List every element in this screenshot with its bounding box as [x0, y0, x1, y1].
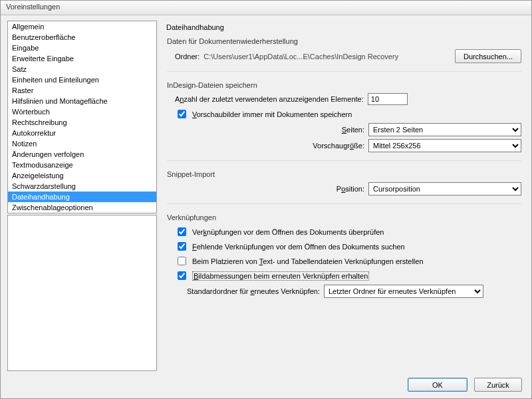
category-item[interactable]: Raster: [8, 85, 156, 96]
group-save-label: InDesign-Dateien speichern: [167, 81, 521, 89]
category-item[interactable]: Benutzeroberfläche: [8, 32, 156, 43]
dialog-title: Voreinstellungen: [1, 1, 531, 15]
preferences-dialog: Voreinstellungen AllgemeinBenutzeroberfl…: [0, 0, 532, 399]
recovery-folder-label: Ordner:: [175, 53, 200, 61]
group-links-label: Verknüpfungen: [167, 213, 521, 221]
category-item[interactable]: Textmodusanzeige: [8, 160, 156, 170]
recovery-folder-path: C:\Users\user1\AppData\Loc...E\Caches\In…: [203, 53, 398, 61]
browse-button[interactable]: Durchsuchen...: [455, 49, 521, 63]
save-previews-label: Vorschaubilder immer mit Dokumenten spei…: [192, 110, 352, 118]
category-item[interactable]: Zwischenablageoptionen: [8, 202, 156, 213]
category-item[interactable]: Dateihandhabung: [8, 192, 156, 202]
category-item[interactable]: Wörterbuch: [8, 106, 156, 117]
category-item[interactable]: Rechtschreibung: [8, 117, 156, 128]
relink-folder-select[interactable]: Letzter Ordner für erneutes Verknüpfen: [324, 285, 483, 298]
preserve-dimensions-label: Bildabmessungen beim erneuten Verknüpfen…: [192, 272, 369, 280]
group-recovery-label: Daten für Dokumentenwiederherstellung: [167, 37, 521, 45]
find-missing-links-checkbox[interactable]: [178, 242, 186, 251]
category-item[interactable]: Hilfslinien und Montagefläche: [8, 96, 156, 106]
main-panel: Dateihandhabung Daten für Dokumentenwied…: [164, 21, 525, 371]
preview-size-label: Vorschaugröße:: [285, 142, 364, 150]
group-save: InDesign-Dateien speichern Anzahl der zu…: [166, 80, 522, 162]
group-snippet: Snippet-Import Position: Cursorposition: [166, 170, 522, 205]
check-links-before-open-label: Verknüpfungen vor dem Öffnen des Dokumen…: [192, 228, 384, 236]
category-item[interactable]: Eingabe: [8, 43, 156, 53]
category-item[interactable]: Erweiterte Eingabe: [8, 53, 156, 64]
recent-count-label: Anzahl der zuletzt verwendeten anzuzeige…: [175, 95, 364, 103]
snippet-position-select[interactable]: Cursorposition: [368, 182, 521, 196]
preserve-dimensions-checkbox[interactable]: [178, 271, 186, 280]
category-list[interactable]: AllgemeinBenutzeroberflächeEingabeErweit…: [7, 21, 157, 213]
category-item[interactable]: Satz: [8, 64, 156, 74]
cancel-button[interactable]: Zurück: [474, 378, 522, 392]
group-links: Verknüpfungen Verknüpfungen vor dem Öffn…: [166, 213, 522, 307]
ok-button[interactable]: OK: [408, 378, 467, 392]
category-description-box: [7, 215, 157, 371]
category-item[interactable]: Einheiten und Einteilungen: [8, 74, 156, 85]
group-recovery: Daten für Dokumentenwiederherstellung Or…: [166, 37, 522, 72]
create-links-on-place-label: Beim Platzieren von Text- und Tabellenda…: [192, 257, 424, 265]
category-item[interactable]: Notizen: [8, 138, 156, 149]
group-snippet-label: Snippet-Import: [167, 170, 521, 178]
panel-heading: Dateihandhabung: [166, 23, 522, 31]
check-links-before-open-checkbox[interactable]: [178, 227, 186, 236]
category-item[interactable]: Autokorrektur: [8, 128, 156, 138]
dialog-button-bar: OK Zurück: [1, 374, 531, 398]
category-item[interactable]: Allgemein: [8, 21, 156, 32]
preview-pages-label: Seiten:: [285, 126, 364, 134]
category-item[interactable]: Schwarzdarstellung: [8, 181, 156, 192]
relink-folder-label: Standardordner für erneutes Verknüpfen:: [187, 287, 320, 295]
find-missing-links-label: Fehlende Verknüpfungen vor dem Öffnen de…: [192, 243, 405, 251]
preview-size-select[interactable]: Mittel 256x256: [368, 139, 521, 152]
create-links-on-place-checkbox[interactable]: [178, 257, 186, 265]
dialog-content: AllgemeinBenutzeroberflächeEingabeErweit…: [1, 15, 531, 374]
category-item[interactable]: Anzeigeleistung: [8, 170, 156, 181]
save-previews-checkbox[interactable]: [178, 110, 186, 118]
sidebar: AllgemeinBenutzeroberflächeEingabeErweit…: [7, 21, 157, 371]
snippet-position-label: Position:: [285, 185, 364, 193]
category-item[interactable]: Änderungen verfolgen: [8, 149, 156, 160]
preview-pages-select[interactable]: Ersten 2 Seiten: [368, 123, 521, 136]
recent-count-input[interactable]: [368, 93, 408, 105]
